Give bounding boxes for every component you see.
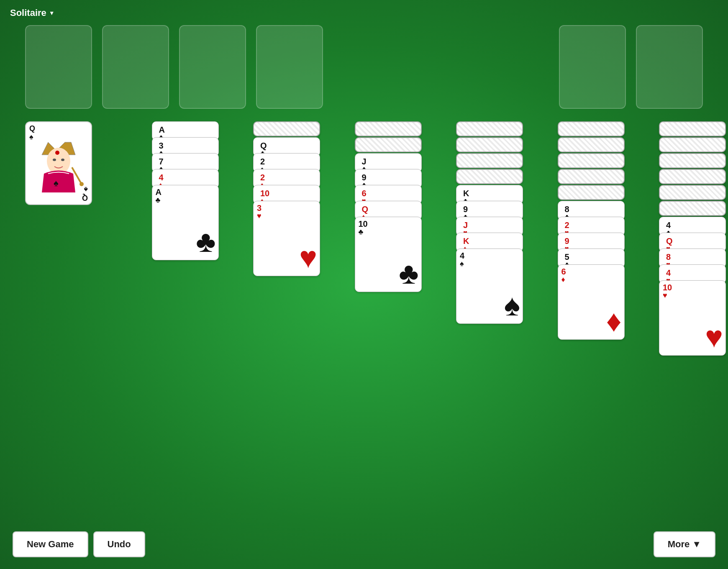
face-up-card[interactable]: A ♣ ♣ <box>152 185 219 260</box>
undo-button[interactable]: Undo <box>93 531 145 557</box>
foundation-slot-3[interactable] <box>179 25 246 109</box>
face-down-card <box>558 137 625 152</box>
top-area <box>25 25 703 109</box>
face-down-card <box>456 153 523 168</box>
face-up-card[interactable]: 10 ♣ ♣ <box>355 217 422 292</box>
face-down-card <box>456 121 523 136</box>
face-down-card <box>659 121 726 136</box>
extra-slot-1[interactable] <box>559 25 626 109</box>
right-buttons: More ▼ <box>654 531 715 557</box>
foundation-slot-1[interactable] <box>25 25 92 109</box>
face-down-card <box>456 169 523 184</box>
face-down-card <box>355 121 422 136</box>
tableau-col-3[interactable]: K ♣ 9 ♣ J ♥ K ♦ 4 <box>456 121 525 332</box>
tableau-col-4[interactable]: 8 ♣ 2 ♥ 9 ♥ 5 ♣ 6 <box>558 121 627 348</box>
new-game-button[interactable]: New Game <box>13 531 88 557</box>
face-down-card <box>253 121 320 136</box>
face-down-card <box>558 185 625 200</box>
face-down-card <box>659 185 726 200</box>
tableau-area: A ♣ 3 ♣ 7 ♣ 4 ♦ A <box>25 121 703 527</box>
left-buttons: New Game Undo <box>13 531 145 557</box>
face-up-card[interactable]: 6 ♦ ♦ <box>558 264 625 340</box>
foundation-slot-4[interactable] <box>256 25 323 109</box>
tableau-col-2[interactable]: J ♣ 9 ♣ 6 ♥ Q ♦ 10 <box>355 121 424 300</box>
face-down-card <box>456 137 523 152</box>
extra-slot-2[interactable] <box>636 25 703 109</box>
face-down-card <box>355 137 422 152</box>
face-up-card[interactable]: 3 ♥ ♥ <box>253 201 320 276</box>
foundation-slot-2[interactable] <box>102 25 169 109</box>
face-up-card[interactable]: 4 ♠ ♠ <box>456 249 523 324</box>
title-text: Solitaire <box>10 8 46 18</box>
face-down-card <box>659 137 726 152</box>
face-up-card[interactable]: 10 ♥ ♥ <box>659 280 726 356</box>
face-down-card <box>659 201 726 216</box>
tableau-col-1[interactable]: Q ♣ 2 ♠ 2 ♦ 10 ♦ 3 <box>253 121 322 284</box>
tableau-col-0[interactable]: A ♣ 3 ♣ 7 ♣ 4 ♦ A <box>152 121 221 269</box>
bottom-bar: New Game Undo More ▼ <box>13 531 715 557</box>
face-down-card <box>659 169 726 184</box>
face-down-card <box>558 121 625 136</box>
face-down-card <box>558 153 625 168</box>
more-button[interactable]: More ▼ <box>654 531 715 557</box>
tableau-col-5[interactable]: 4 ♣ Q ♥ 8 ♥ 4 ♥ 10 <box>659 121 728 364</box>
face-down-card <box>659 153 726 168</box>
app-title: Solitaire ▼ <box>10 8 55 18</box>
title-dropdown-arrow[interactable]: ▼ <box>49 10 55 16</box>
face-down-card <box>558 169 625 184</box>
